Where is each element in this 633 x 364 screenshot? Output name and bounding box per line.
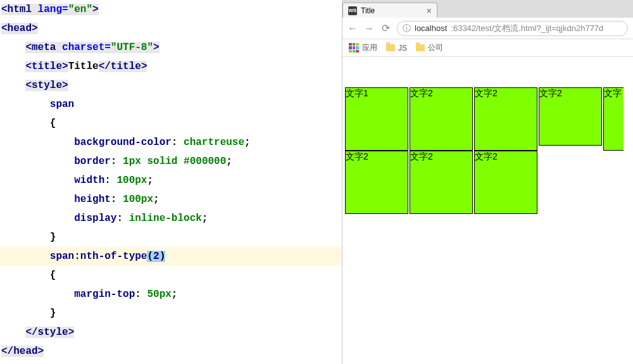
render-box: 文字2 bbox=[474, 87, 537, 151]
bookmarks-bar: 应用 JS 公司 bbox=[342, 39, 633, 57]
prop-display: display bbox=[74, 213, 116, 224]
selector-nth: span:nth-of-type bbox=[50, 251, 147, 262]
apps-icon bbox=[349, 43, 359, 53]
val-h: 100 bbox=[123, 194, 141, 205]
prop-border: border bbox=[74, 156, 111, 167]
val-w: 100 bbox=[116, 175, 135, 186]
render-box: 文字2 bbox=[345, 151, 408, 214]
back-icon[interactable]: ← bbox=[348, 23, 358, 34]
bookmark-company[interactable]: 公司 bbox=[416, 42, 443, 53]
prop-mt: margin-top bbox=[74, 289, 135, 300]
address-bar: ← → ⟳ ⓘ localhost:63342/test/文档流.html?_i… bbox=[342, 18, 633, 39]
close-icon[interactable]: × bbox=[427, 6, 432, 16]
render-box: 文字2 bbox=[539, 87, 602, 146]
bm-company-label: 公司 bbox=[428, 42, 443, 53]
render-box: 文字 bbox=[603, 87, 624, 151]
url-path: :63342/test/文档流.html?_ijt=qjkdn2h777d bbox=[451, 23, 603, 34]
render-box: 文字1 bbox=[345, 87, 408, 151]
val-bsolid: solid bbox=[147, 156, 177, 167]
title-text: Title bbox=[68, 61, 99, 72]
bm-js-label: JS bbox=[398, 44, 407, 53]
tab-title: Title bbox=[361, 6, 375, 15]
title-open: title bbox=[32, 61, 62, 72]
style-open: style bbox=[32, 80, 62, 91]
tab-bar: WS Title × bbox=[342, 0, 633, 18]
forward-icon[interactable]: → bbox=[364, 23, 374, 34]
selector-span: span bbox=[50, 99, 74, 110]
val-wpx: px bbox=[135, 175, 147, 186]
title-close: title bbox=[111, 61, 141, 72]
url-host: localhost bbox=[415, 23, 447, 33]
val-bg: chartreuse bbox=[184, 137, 244, 148]
meta-attr: charset bbox=[62, 42, 104, 53]
val-bpx: px bbox=[129, 156, 141, 167]
val-mtpx: px bbox=[160, 289, 172, 300]
head-close: </head> bbox=[1, 346, 44, 357]
render-box: 文字2 bbox=[474, 151, 537, 214]
render-box: 文字2 bbox=[410, 87, 473, 151]
prop-height: height bbox=[74, 194, 111, 205]
folder-icon bbox=[386, 44, 395, 51]
reload-icon[interactable]: ⟳ bbox=[380, 22, 391, 34]
val-bcolor: #000000 bbox=[184, 156, 226, 167]
val-display: inline-block bbox=[129, 213, 202, 224]
style-close: style bbox=[38, 327, 68, 338]
url-input[interactable]: ⓘ localhost:63342/test/文档流.html?_ijt=qjk… bbox=[397, 21, 628, 36]
val-mt: 50 bbox=[147, 289, 159, 300]
browser-tab[interactable]: WS Title × bbox=[342, 3, 437, 18]
meta-val: "UTF-8" bbox=[111, 42, 153, 53]
folder-icon bbox=[416, 44, 425, 51]
apps-label: 应用 bbox=[362, 42, 377, 53]
meta-tag: meta bbox=[32, 42, 56, 53]
browser-pane: WS Title × ← → ⟳ ⓘ localhost:63342/test/… bbox=[342, 0, 633, 364]
bookmark-js[interactable]: JS bbox=[386, 44, 407, 53]
val-hpx: px bbox=[141, 194, 153, 205]
render-box: 文字2 bbox=[410, 151, 473, 214]
render-viewport: 文字1文字2文字2文字2文字文字2文字2文字2 bbox=[342, 57, 633, 364]
apps-button[interactable]: 应用 bbox=[349, 42, 377, 53]
code-editor[interactable]: <html lang="en"> <head> <meta charset="U… bbox=[0, 0, 342, 364]
prop-width: width bbox=[74, 175, 104, 186]
tab-favicon: WS bbox=[348, 6, 357, 15]
val-b1: 1 bbox=[123, 156, 129, 167]
selector-nth-arg: 2 bbox=[153, 251, 160, 262]
prop-bg: background-color bbox=[74, 137, 172, 148]
info-icon: ⓘ bbox=[403, 23, 411, 34]
